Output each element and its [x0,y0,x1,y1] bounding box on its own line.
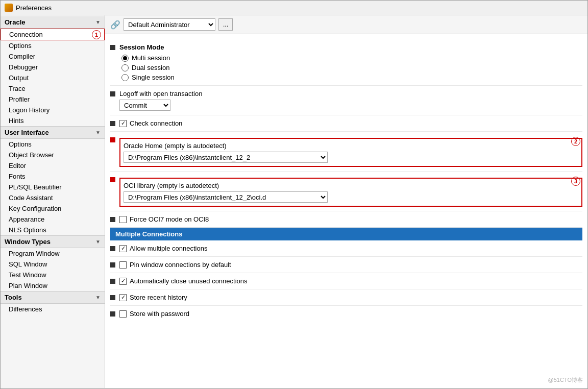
store-password-bullet [110,311,115,317]
auto-close-row: Automatically close unused connections [110,273,582,289]
radio-dual-session[interactable]: Dual session [121,64,582,71]
allow-multiple-row: Allow multiple connections [110,240,582,257]
auto-close-label: Automatically close unused connections [130,277,248,285]
logoff-content: Logoff with open transaction Commit Roll… [119,90,582,111]
oci-label: OCI library (empty is autodetect) [124,182,578,189]
radio-multi-label: Multi session [132,54,170,62]
session-mode-row: Session Mode Multi session Dual session [110,39,582,86]
radio-multi-dot [123,56,127,60]
store-recent-checkbox[interactable]: Store recent history [119,294,582,301]
store-password-checkbox[interactable]: Store with password [119,310,582,318]
sidebar-item-editor[interactable]: Editor [1,160,105,171]
oracle-home-dropdown[interactable]: D:\Program Files (x86)\instantclient_12_… [124,152,328,163]
sidebar-item-hints[interactable]: Hints [1,115,105,126]
watermark: @51CTO博客 [548,376,583,384]
sidebar-item-code-assistant[interactable]: Code Assistant [1,192,105,203]
multiple-connections-header: Multiple Connections [110,228,582,240]
sidebar-section-oracle[interactable]: Oracle ▼ [1,16,105,29]
sidebar-item-output[interactable]: Output [1,72,105,83]
store-recent-row: Store recent history [110,289,582,306]
pin-window-checkbox[interactable]: Pin window connections by default [119,261,582,269]
chevron-down-icon-wt: ▼ [95,239,101,245]
sidebar-item-debugger[interactable]: Debugger [1,62,105,72]
sidebar-section-wt-label: Window Types [5,238,51,246]
auto-close-box [119,278,127,285]
force-oci7-bullet [110,217,115,222]
check-connection-content: Check connection [119,119,582,127]
sidebar-item-appearance[interactable]: Appearance [1,214,105,225]
chevron-down-icon: ▼ [95,19,101,25]
sidebar-item-key-configuration[interactable]: Key Configuration [1,203,105,214]
store-password-row: Store with password [110,306,582,322]
oci-library-content: OCI library (empty is autodetect) D:\Pro… [119,176,582,207]
oci-box: OCI library (empty is autodetect) D:\Pro… [119,178,582,207]
more-button[interactable]: ... [218,18,233,31]
allow-multiple-label: Allow multiple connections [130,245,207,252]
sidebar-section-window-types[interactable]: Window Types ▼ [1,235,105,248]
check-connection-label: Check connection [130,119,182,127]
check-connection-checkbox[interactable]: Check connection [119,119,582,127]
force-oci7-checkbox[interactable]: Force OCI7 mode on OCI8 [119,215,582,223]
oracle-home-bullet [110,137,115,142]
sidebar-item-test-window[interactable]: Test Window [1,270,105,280]
sidebar-item-nls-options[interactable]: NLS Options [1,225,105,235]
title-bar: Preferences [1,1,587,15]
sidebar-item-fonts[interactable]: Fonts [1,171,105,182]
radio-multi-session[interactable]: Multi session [121,54,582,62]
multiple-connections-label: Multiple Connections [115,230,182,238]
radio-single-session[interactable]: Single session [121,74,582,81]
sidebar-item-program-window[interactable]: Program Window [1,248,105,259]
sidebar-item-compiler[interactable]: Compiler [1,51,105,62]
logoff-bullet [110,91,115,96]
sidebar-item-plan-window[interactable]: Plan Window [1,280,105,291]
logoff-row: Logoff with open transaction Commit Roll… [110,86,582,115]
check-connection-row: Check connection [110,115,582,132]
radio-dual-circle [121,64,129,71]
oci-bullet [110,177,115,182]
sidebar-item-plsql-beautifier[interactable]: PL/SQL Beautifier [1,182,105,192]
sidebar-section-user-interface[interactable]: User Interface ▼ [1,126,105,139]
sidebar-item-object-browser[interactable]: Object Browser [1,150,105,160]
annotation-1: 1 [92,30,101,39]
chevron-down-icon-ui: ▼ [95,130,101,135]
auto-close-checkbox[interactable]: Automatically close unused connections [119,277,582,285]
radio-single-circle [121,74,129,81]
connection-icon: 🔗 [110,20,120,30]
store-recent-box [119,294,127,301]
oracle-home-label: Oracle Home (empty is autodetect) [124,142,578,150]
oracle-home-row: Oracle Home (empty is autodetect) D:\Pro… [110,132,582,172]
radio-dual-label: Dual session [132,64,169,71]
pin-window-content: Pin window connections by default [119,261,582,269]
force-oci7-label: Force OCI7 mode on OCI8 [130,215,209,223]
sidebar-item-differences[interactable]: Differences [1,304,105,314]
allow-multiple-checkbox[interactable]: Allow multiple connections [119,245,582,252]
window-title: Preferences [16,4,52,12]
session-mode-radio-group: Multi session Dual session Single sessio… [121,54,582,81]
logoff-label: Logoff with open transaction [119,90,582,98]
store-password-content: Store with password [119,310,582,318]
session-mode-content: Session Mode Multi session Dual session [119,43,582,81]
preferences-icon [5,4,13,12]
sidebar-section-tools[interactable]: Tools ▼ [1,291,105,304]
oci-dropdown[interactable]: D:\Program Files (x86)\instantclient_12_… [124,191,328,203]
sidebar-section-tools-label: Tools [5,294,22,301]
allow-multiple-bullet [110,246,115,251]
sidebar-item-options-ui[interactable]: Options [1,139,105,150]
preferences-window: Preferences Oracle ▼ Connection 1 Option… [0,0,588,389]
pin-window-label: Pin window connections by default [130,261,231,269]
pin-window-row: Pin window connections by default [110,257,582,273]
connection-dropdown[interactable]: Default Administrator [124,18,215,31]
sidebar-item-sql-window[interactable]: SQL Window [1,259,105,270]
sidebar: Oracle ▼ Connection 1 Options Compiler D… [1,15,105,388]
sidebar-item-connection[interactable]: Connection 1 [1,29,105,40]
sidebar-item-options-oracle[interactable]: Options [1,40,105,51]
pin-window-bullet [110,262,115,268]
sidebar-section-ui-label: User Interface [5,129,49,136]
logoff-dropdown[interactable]: Commit Rollback [119,100,170,111]
sidebar-item-profiler[interactable]: Profiler [1,94,105,105]
check-conn-bullet [110,121,115,126]
radio-single-label: Single session [132,74,175,81]
settings-body: Session Mode Multi session Dual session [105,34,587,388]
sidebar-item-logon-history[interactable]: Logon History [1,105,105,115]
sidebar-item-trace[interactable]: Trace [1,83,105,94]
